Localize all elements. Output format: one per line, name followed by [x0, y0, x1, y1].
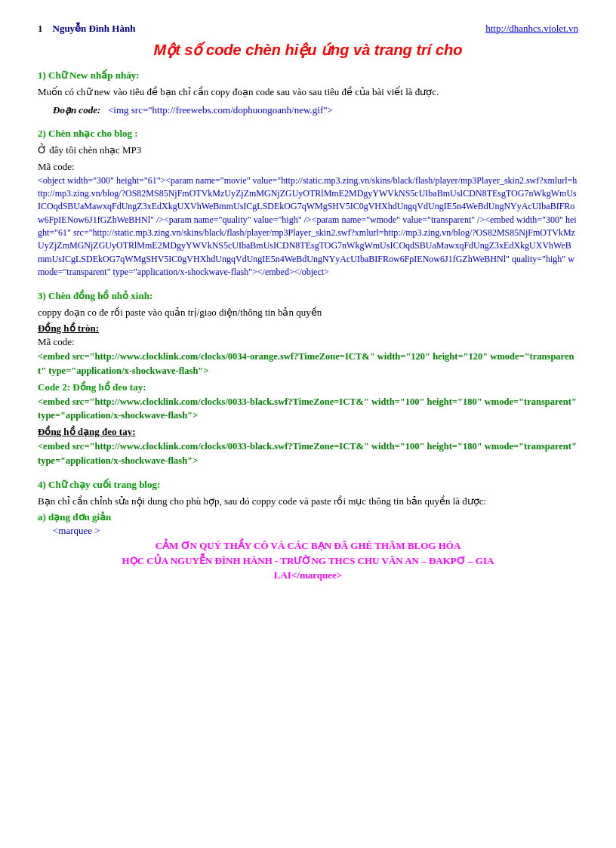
section-3-body: coppy đoạn co đe rồi paste vào quản trị/… [38, 305, 578, 320]
section-4-body: Bạn chỉ cần chỉnh sửa nội dung cho phù h… [38, 494, 578, 509]
section-1-body: Muốn có chữ new vào tiêu đề bạn chỉ cần … [38, 85, 578, 100]
section-3: 3) Chèn đồng hồ nhỏ xinh: coppy đoạn co … [38, 290, 578, 468]
sub-a-label: a) dạng đơn giản [38, 511, 578, 523]
code-label-1: Đoạn code: [53, 104, 100, 116]
header-left: 1 Nguyễn Đình Hành [38, 23, 135, 35]
marquee-code-label: <marquee > [53, 525, 578, 537]
sub3-title: Đồng hồ dạng đeo tay: [38, 426, 578, 438]
sub2-label: Code 2: Đồng hồ đeo tay: [38, 381, 578, 393]
section-2-ma-label: Mã code: [38, 161, 578, 173]
section-1-title: 1) Chữ New nhấp nháy: [38, 69, 578, 82]
section-2-title: 2) Chèn nhạc cho blog : [38, 128, 578, 140]
section-4-title: 4) Chữ chạy cuối trang blog: [38, 479, 578, 491]
header-link: http://dhanhcs.violet.vn [485, 23, 578, 34]
section-1-code-line: Đoạn code: <img src="http://freewebs.com… [53, 103, 578, 118]
section-1-code: <img src="http://freewebs.com/dophuongoa… [108, 104, 333, 116]
section-3-title: 3) Chèn đồng hồ nhỏ xinh: [38, 290, 578, 302]
sub3-code: <embed src="http://www.clocklink.com/clo… [38, 439, 578, 468]
section-2: 2) Chèn nhạc cho blog : Ở đây tôi chèn n… [38, 128, 578, 279]
author-name: Nguyễn Đình Hành [53, 23, 136, 34]
section-4: 4) Chữ chạy cuối trang blog: Bạn chỉ cần… [38, 479, 578, 583]
section-2-body: Ở đây tôi chèn nhạc MP3 [38, 143, 578, 158]
section-2-code: <object width="300" height="61"><param n… [38, 174, 578, 279]
sub1-code: <embed src="http://www.clocklink.com/clo… [38, 350, 578, 378]
main-title: Một số code chèn hiệu ứng và trang trí c… [38, 41, 578, 59]
sub1-ma: Mã code: [38, 336, 578, 348]
header-right: http://dhanhcs.violet.vn [485, 23, 578, 35]
marquee-content: CẢM ƠN QUÝ THẦY CÔ VÀ CÁC BẠN ĐÃ GHÉ THĂ… [38, 538, 578, 583]
section-1: 1) Chữ New nhấp nháy: Muốn có chữ new và… [38, 69, 578, 117]
page-number: 1 [38, 23, 43, 34]
sub1-title: Đồng hồ tròn: [38, 322, 578, 335]
header: 1 Nguyễn Đình Hành http://dhanhcs.violet… [38, 23, 578, 35]
sub2-code: <embed src="http://www.clocklink.com/clo… [38, 395, 578, 424]
